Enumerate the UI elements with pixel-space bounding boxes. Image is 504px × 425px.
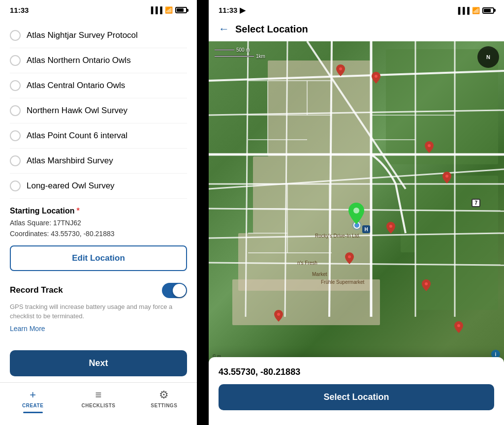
bottom-nav: + CREATE ≡ CHECKLISTS ⚙ SETTINGS <box>0 382 197 425</box>
map-label-supermarket: Frühle Supermarket <box>321 279 364 285</box>
nav-create[interactable]: + CREATE <box>0 387 65 415</box>
flame-marker-6 <box>345 252 354 264</box>
starting-location-title: Starting Location * <box>10 207 187 215</box>
svg-line-8 <box>285 41 287 317</box>
svg-point-35 <box>277 313 280 316</box>
divider <box>197 0 209 425</box>
flame-marker-7 <box>421 279 431 291</box>
checklists-icon: ≡ <box>95 389 102 401</box>
svg-point-28 <box>339 67 342 70</box>
signal-icon-right: ▐▐▐ <box>456 7 470 14</box>
wifi-icon-right: 📶 <box>472 7 480 14</box>
survey-item-6[interactable]: Atlas Marshbird Survey <box>10 149 187 174</box>
survey-item-2[interactable]: Atlas Northern Ontario Owls <box>10 48 187 73</box>
survey-label-2: Atlas Northern Ontario Owls <box>27 56 131 65</box>
next-button[interactable]: Next <box>10 350 187 376</box>
wifi-icon: 📶 <box>165 6 173 14</box>
record-track-toggle[interactable] <box>162 283 187 298</box>
h-marker: H <box>362 225 370 233</box>
flame-marker-4 <box>442 172 452 183</box>
coordinates: Coordinates: 43.55730, -80.21883 <box>10 228 187 239</box>
radio-marshbird[interactable] <box>10 155 21 166</box>
location-card: 43.55730, -80.21883 Select Location <box>209 357 504 425</box>
right-page-title: Select Location <box>235 24 308 35</box>
svg-line-0 <box>209 71 504 81</box>
edit-location-button[interactable]: Edit Location <box>10 245 187 271</box>
survey-label-7: Long-eared Owl Survey <box>27 181 115 191</box>
survey-item-7[interactable]: Long-eared Owl Survey <box>10 174 187 199</box>
record-track-section: Record Track GPS tracking will increase … <box>10 275 187 337</box>
survey-item-1[interactable]: Atlas Nightjar Survey Protocol <box>10 23 187 48</box>
svg-point-34 <box>425 282 428 285</box>
survey-list: Atlas Nightjar Survey Protocol Atlas Nor… <box>10 23 187 199</box>
survey-item-4[interactable]: Northern Hawk Owl Survey <box>10 98 187 123</box>
selected-location-pin <box>347 203 365 224</box>
battery-icon-right <box>482 7 494 14</box>
left-panel: 11:33 ▐▐▐ 📶 Atlas Nightjar Survey Protoc… <box>0 0 197 425</box>
signal-icon: ▐▐▐ <box>149 6 162 14</box>
flame-marker-2 <box>371 72 381 84</box>
select-location-button[interactable]: Select Location <box>219 384 494 410</box>
atlas-square: Atlas Square: 17TNJ62 <box>10 217 187 228</box>
svg-point-36 <box>457 324 460 327</box>
flame-marker-9 <box>454 321 464 333</box>
toggle-knob <box>173 284 186 297</box>
nav-settings-label: SETTINGS <box>151 403 177 408</box>
highway-shield: 7 <box>472 199 480 207</box>
starting-location-section: Starting Location * Atlas Square: 17TNJ6… <box>10 199 187 275</box>
learn-more-link[interactable]: Learn More <box>10 325 45 333</box>
survey-label-3: Atlas Central Ontario Owls <box>27 81 125 91</box>
svg-line-14 <box>209 169 504 189</box>
svg-point-29 <box>375 75 378 78</box>
status-bar-left: 11:33 ▐▐▐ 📶 <box>0 0 197 18</box>
time-right: 11:33 ▶ <box>219 6 246 15</box>
settings-icon: ⚙ <box>159 389 169 401</box>
survey-item-5[interactable]: Atlas Point Count 6 interval <box>10 123 187 149</box>
compass: N <box>477 46 499 68</box>
survey-label-5: Atlas Point Count 6 interval <box>27 131 127 141</box>
nav-checklists[interactable]: ≡ CHECKLISTS <box>65 387 131 415</box>
nav-settings[interactable]: ⚙ SETTINGS <box>131 387 197 415</box>
flame-marker-8 <box>274 310 284 322</box>
compass-n-label: N <box>486 54 490 60</box>
svg-line-9 <box>329 41 332 317</box>
map-label-fresh: n's Fresh <box>297 260 317 266</box>
svg-point-32 <box>389 225 392 228</box>
svg-point-37 <box>353 208 359 213</box>
radio-nightjar[interactable] <box>10 30 21 41</box>
svg-line-7 <box>246 41 248 317</box>
record-track-header: Record Track <box>10 283 187 298</box>
radio-point-count[interactable] <box>10 130 21 141</box>
status-bar-right: 11:33 ▶ ▐▐▐ 📶 <box>209 0 504 19</box>
battery-icon <box>175 7 187 13</box>
survey-label-6: Atlas Marshbird Survey <box>27 156 113 166</box>
status-icons-left: ▐▐▐ 📶 <box>149 6 187 14</box>
radio-long-eared[interactable] <box>10 181 21 191</box>
survey-item-3[interactable]: Atlas Central Ontario Owls <box>10 73 187 98</box>
gps-warning-text: GPS tracking will increase battery usage… <box>10 302 187 321</box>
scroll-content: Atlas Nightjar Survey Protocol Atlas Nor… <box>0 18 197 344</box>
nav-checklists-label: CHECKLISTS <box>82 403 116 408</box>
nav-create-label: CREATE <box>22 403 43 408</box>
road-svg <box>209 41 504 317</box>
right-header: ← Select Location <box>209 19 504 41</box>
survey-label-1: Atlas Nightjar Survey Protocol <box>27 30 138 40</box>
scale-label-1km: 1km <box>256 54 265 59</box>
flame-marker-1 <box>336 64 346 76</box>
flame-marker-5 <box>386 222 396 234</box>
svg-line-6 <box>209 263 504 265</box>
record-track-label: Record Track <box>10 285 63 295</box>
map-label-market: Market <box>312 272 327 277</box>
right-panel: 11:33 ▶ ▐▐▐ 📶 ← Select Location <box>209 0 504 425</box>
svg-point-33 <box>348 255 351 258</box>
back-button[interactable]: ← <box>219 23 229 35</box>
map-label-rocky: Rocky's Drive-In Ltd. <box>315 233 360 239</box>
time-left: 11:33 <box>10 6 29 14</box>
create-icon: + <box>30 389 36 401</box>
radio-hawk-owl[interactable] <box>10 105 21 116</box>
radio-central-owls[interactable] <box>10 80 21 91</box>
scale-bar: 500 m 1km <box>215 47 265 59</box>
status-icons-right: ▐▐▐ 📶 <box>456 7 494 14</box>
radio-northern-owls[interactable] <box>10 55 21 66</box>
required-star: * <box>77 207 80 215</box>
